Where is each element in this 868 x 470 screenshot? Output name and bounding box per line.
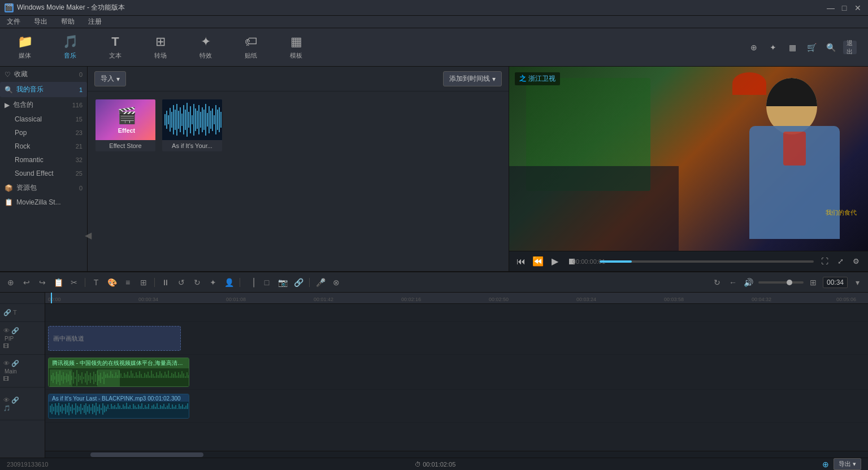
media-item-effect-store[interactable]: 🎬 Effect Effect Store [94,98,157,153]
tl-mic-button[interactable]: 🎤 [314,276,327,289]
tl-copy-button[interactable]: 📋 [52,276,64,289]
main-eye-icon[interactable]: 👁 [3,360,10,367]
toolbar-transition[interactable]: ⊞ 转场 [147,34,174,60]
audio-eye-icon[interactable]: 👁 [3,397,10,404]
toolbar-action-5[interactable]: 🔍 [824,41,837,54]
toolbar-template[interactable]: ▦ 模板 [283,34,310,60]
minimize-button[interactable]: — [825,2,836,14]
zoom-thumb [787,280,792,285]
fullscreen-button[interactable]: ⤢ [834,255,847,268]
menu-help[interactable]: 帮助 [59,16,77,28]
maximize-button[interactable]: □ [839,2,850,14]
tl-mute-button[interactable]: ⊗ [330,276,342,289]
menu-register[interactable]: 注册 [86,16,104,28]
tl-overlay-button[interactable]: ⊞ [137,276,150,289]
toolbar-action-4[interactable]: 🛒 [805,41,818,54]
toolbar-effect[interactable]: ✦ 特效 [192,34,219,60]
tl-text-button[interactable]: T [90,276,102,289]
tl-volume-button[interactable]: 🔊 [743,276,755,289]
status-time-icon: ⏱ [415,461,421,468]
skip-back-button[interactable]: ⏮ [515,255,527,268]
titlebar-left: 🎬 Windows Movie Maker - 全功能版本 [5,3,125,12]
toolbar-action-3[interactable]: ▦ [785,41,799,54]
main-clip-header: 腾讯视频 - 中国领先的在线视频媒体平台,海量高清视频在... 00:0 [49,358,189,368]
sidebar-collapse-btn[interactable]: ◀ [85,230,88,241]
sidebar-item-mymusic[interactable]: 🔍 我的音乐 1 [0,82,87,97]
sidebar-item-soundeffect[interactable]: Sound Effect 25 [0,167,87,180]
sidebar-item-pop[interactable]: Pop 23 [0,126,87,140]
progress-bar[interactable] [600,260,814,263]
content-panel: 导入 ▾ 添加到时间线 ▾ 🎬 Effect [88,67,509,271]
sidebar-item-collect[interactable]: ♡ 收藏 0 [0,67,87,82]
menu-export[interactable]: 导出 [32,16,50,28]
sidebar-item-rock[interactable]: Rock 21 [0,140,87,153]
toolbar-action-2[interactable]: ✦ [766,41,780,54]
timeline-area: ⊕ ↩ ↪ 📋 ✂ T 🎨 ≡ ⊞ ⏸ ↺ ↻ ✦ 👤 ▕ □ 📷 🔗 🎤 ⊗ [0,271,868,458]
settings-button[interactable]: ⚙ [850,255,862,268]
zoom-slider[interactable] [758,281,804,284]
tl-pause-button[interactable]: ⏸ [159,276,172,289]
tl-cut-button[interactable]: ✂ [68,276,80,289]
tl-link-button[interactable]: 🔗 [292,276,305,289]
sidebar-item-included[interactable]: ▶ 包含的 116 [0,97,87,112]
sidebar-item-classical[interactable]: Classical 15 [0,112,87,126]
tl-zoom-out-button[interactable]: ▾ [851,276,863,289]
toolbar-sticker[interactable]: 🏷 贴纸 [237,34,264,60]
toolbar-action-1[interactable]: ⊕ [747,41,761,54]
media-grid: 🎬 Effect Effect Store [88,92,509,159]
preview-right-controls: ⛶ ⤢ ⚙ [818,255,862,268]
play-button[interactable]: ▶ [549,255,561,268]
tl-add-track-button[interactable]: ⊕ [5,276,17,289]
main-clip-waveform [49,368,189,386]
tl-effect-button[interactable]: ✦ [207,276,219,289]
tl-loop-button[interactable]: ↺ [175,276,188,289]
media-item-music1[interactable]: As if It's Your... [161,98,223,153]
tl-zoom-in-button[interactable]: ⊞ [807,276,819,289]
export-btn[interactable]: 导出 ▾ [834,458,861,470]
toolbar-action-6[interactable]: 退出 [843,41,857,54]
tl-undo-button[interactable]: ↩ [20,276,33,289]
toolbar-text[interactable]: T 文本 [102,34,129,60]
toolbar-media[interactable]: 📁 媒体 [11,34,38,60]
prev-frame-button[interactable]: ⏪ [532,255,544,268]
titlebar: 🎬 Windows Movie Maker - 全功能版本 — □ ✕ [0,0,868,16]
tl-refresh-button[interactable]: ↻ [711,276,723,289]
sidebar-item-moviezilla[interactable]: 📋 MovieZilla St... [0,195,87,209]
audio-link-icon[interactable]: 🔗 [11,397,19,404]
tl-crop-button[interactable]: □ [261,276,273,289]
rock-label: Rock [15,142,30,150]
channel-logo-icon: 之 [519,74,526,84]
pip-clip[interactable]: 画中画轨道 [48,326,181,351]
sidebar-item-resourcepack[interactable]: 📦 资源包 0 [0,180,87,195]
timeline-scrollbar[interactable] [45,451,868,458]
tl-align-button[interactable]: ≡ [121,276,134,289]
tl-split-button[interactable]: ▕ [245,276,257,289]
scrollbar-thumb[interactable] [90,452,203,457]
close-button[interactable]: ✕ [852,2,863,14]
sidebar-item-romantic[interactable]: Romantic 32 [0,153,87,167]
tl-layout-button[interactable]: 🎨 [106,276,118,289]
menu-file[interactable]: 文件 [5,16,23,28]
add-timeline-label: 添加到时间线 [449,74,490,84]
timeline-time-display[interactable]: 00:34 [823,277,848,288]
playhead[interactable] [51,293,52,303]
tl-person-button[interactable]: 👤 [223,276,235,289]
tl-redo-button[interactable]: ↪ [36,276,49,289]
import-button[interactable]: 导入 ▾ [94,71,126,86]
main-clip[interactable]: 腾讯视频 - 中国领先的在线视频媒体平台,海量高清视频在... 00:0 [48,358,189,387]
eye-icon[interactable]: 👁 [3,327,10,334]
preview-panel: 之 浙江卫视 我们的食代 ⏮ ⏪ ▶ ⏹ 00:00:00:01 ⛶ ⤢ [509,67,868,271]
effect-store-icon-label: Effect [118,127,136,134]
pip-link-icon[interactable]: 🔗 [11,327,19,334]
link-icon[interactable]: 🔗 [3,309,11,316]
resourcepack-count: 0 [79,185,83,192]
toolbar-music[interactable]: 🎵 音乐 [57,34,84,60]
add-timeline-button[interactable]: 添加到时间线 ▾ [443,71,502,86]
crop-button[interactable]: ⛶ [818,255,831,268]
main-link-icon[interactable]: 🔗 [11,360,19,367]
tl-arrow-left-button[interactable]: ← [727,276,739,289]
audio-clip[interactable]: As if It's Your Last - BLACKPINK.mp3 00:… [48,394,189,419]
pip-label: PIP [5,336,19,342]
tl-screenshot-button[interactable]: 📷 [276,276,289,289]
tl-forward-button[interactable]: ↻ [191,276,203,289]
